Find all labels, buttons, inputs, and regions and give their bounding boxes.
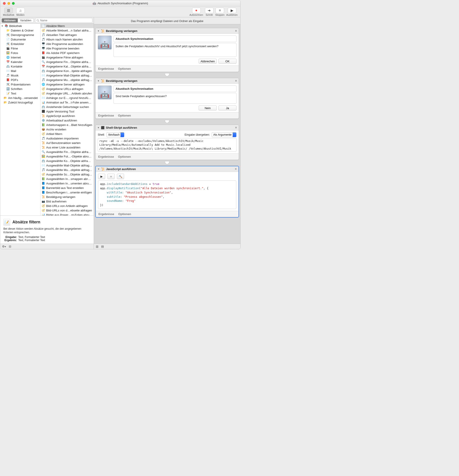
library-toggle-button[interactable]: ▥ [4, 8, 13, 13]
library-smart-folder[interactable]: 📂Zuletzt hinzugefügt [0, 100, 40, 105]
library-category-item[interactable]: 🎬Filme [0, 46, 40, 51]
action-ask-for-confirmation-2[interactable]: ▼ 📜 Bestätigung verlangen × 🤖 Akustisch … [95, 78, 239, 119]
confirm-message-field[interactable]: Sind beide Festplatten angeschlossen? [114, 93, 237, 104]
library-category-item[interactable]: 🛠️Entwickler [0, 42, 40, 46]
action-list-item[interactable]: ⚙️Arbeitsablauf ausführen [41, 118, 94, 123]
action-list-item[interactable]: 🎵Aktuellen Titel abfragen [41, 33, 94, 37]
pass-input-picker[interactable]: Als Argumente [212, 132, 237, 137]
action-list-item[interactable]: 🧭Artikel filtern [41, 132, 94, 136]
action-list-item[interactable]: 🎵Ausgewählte Mu…objekte abfragen [41, 168, 94, 172]
action-list-item[interactable]: 📘Ausgewählten In…umenten abrufen [41, 181, 94, 186]
results-tab[interactable]: Ergebnisse [98, 212, 114, 216]
run-button[interactable]: ▶ [228, 8, 236, 13]
action-list-item[interactable]: 📊Animation auf Te…t-Folie anwenden [41, 100, 94, 105]
options-tab[interactable]: Optionen [118, 67, 131, 70]
library-category-item[interactable]: 📄Dokumente [0, 37, 40, 42]
js-code-textarea[interactable]: app.includeStandardAdditions = trueapp.d… [98, 180, 236, 209]
options-tab[interactable]: Optionen [118, 212, 131, 216]
disclosure-icon[interactable]: ▼ [97, 80, 99, 82]
library-category-list[interactable]: ▼ 📚 Bibliothek 📁Dateien & Ordner🛠️Dienst… [0, 24, 41, 215]
workflow-log-toggle[interactable]: ▥ [96, 245, 98, 248]
action-list-item[interactable]: 🎵Album nach Namen abrufen [41, 37, 94, 42]
action-list-item[interactable]: 📇Angegebene Kon…bjekte abfragen [41, 69, 94, 73]
action-list-item[interactable]: 📇Ausgewählte Ko…Objekte abfragen [41, 159, 94, 163]
gear-menu-button[interactable]: ⚙︎▾ [2, 245, 6, 248]
confirm-cancel-button[interactable]: Abbrechen [199, 59, 217, 64]
js-build-button[interactable]: 🔨 [117, 174, 124, 179]
library-category-item[interactable]: 🛠️Präsentationen [0, 82, 40, 87]
window-close-button[interactable] [3, 2, 6, 5]
window-zoom-button[interactable] [12, 2, 15, 5]
action-list-item[interactable]: 🎬Angegebene Filme abfragen [41, 55, 94, 60]
action-list-item[interactable]: 📄Absätze filtern [41, 24, 94, 28]
confirm-message-field[interactable]: Sollen die Festplatten AkustischIV und A… [114, 43, 237, 57]
library-tab-segment[interactable]: Aktionen Variablen [1, 18, 34, 23]
layout-toggle-button[interactable]: ⊟ [9, 245, 11, 248]
action-list-item[interactable]: 🧭Angehängte URL…Artikeln abrufen [41, 91, 94, 96]
action-list-item[interactable]: 🖼️Ausgewählte Fot…-Objekte abrufen [41, 154, 94, 159]
options-tab[interactable]: Optionen [118, 114, 131, 117]
options-tab[interactable]: Optionen [118, 155, 131, 158]
library-category-item[interactable]: 📁Dateien & Ordner [0, 28, 40, 33]
shell-script-textarea[interactable]: rsync -aE -u --delete --exclude=/Volumes… [98, 138, 237, 152]
window-minimize-button[interactable] [8, 2, 10, 5]
action-list-item[interactable]: 📇Anstehende Geburtstage suchen [41, 105, 94, 109]
action-list-item[interactable]: 🔍Angegebene Fin…Objekte abfragen [41, 60, 94, 64]
library-category-item[interactable]: 📇Kontakte [0, 64, 40, 69]
action-list-item[interactable]: 🖥️Alle Programme ausblenden [41, 42, 94, 46]
action-list-item[interactable]: ✉️Ausgewählte Mail-Objekte abfragen [41, 163, 94, 168]
library-category-item[interactable]: 📅Kalender [0, 60, 40, 64]
action-list-item[interactable]: 📗Ausgewählten In…smappen abrufen [41, 177, 94, 181]
confirm-cancel-button[interactable]: Nein [199, 105, 217, 110]
library-category-item[interactable]: 🛠️Dienstprogramme [0, 33, 40, 37]
action-list-item[interactable]: 🧭Bild-URLs von Artikeln abfragen [41, 204, 94, 208]
stop-button[interactable]: ■ [216, 8, 224, 13]
tab-variables[interactable]: Variablen [18, 18, 34, 23]
action-list-item[interactable]: 📜Aus einer Liste auswählen [41, 145, 94, 150]
actions-list[interactable]: 📄Absätze filtern🧭Aktuelle Webseit…n Safa… [41, 24, 94, 215]
action-list-item[interactable]: 📘Beschriftungen i…umente einfügen [41, 190, 94, 195]
library-category-item[interactable]: 📕PDFs [0, 78, 40, 82]
step-button[interactable]: ➔ [205, 8, 213, 13]
library-category-item[interactable]: 🌐Internet [0, 55, 40, 60]
action-list-item[interactable]: ✉️Anhänge zur E-…rgrund hinzufügen [41, 96, 94, 100]
workflow-results-toggle[interactable]: ▤ [101, 245, 104, 248]
tab-actions[interactable]: Aktionen [2, 18, 18, 23]
library-category-item[interactable]: 🔤Schriften [0, 87, 40, 91]
action-list-item[interactable]: 📜Auf Benutzeraktion warten [41, 141, 94, 145]
workflow-scroll[interactable]: ▼ 📜 Bestätigung verlangen × 🤖 Akustisch … [94, 24, 240, 244]
library-category-item[interactable]: 🖼️Fotos [0, 51, 40, 55]
action-list-item[interactable]: 📅Angegebene Kal…Objekte abfragen [41, 64, 94, 69]
action-remove-button[interactable]: × [235, 126, 237, 129]
action-list-item[interactable]: 📷Bild aufnehmen [41, 199, 94, 204]
action-list-item[interactable]: 🌐Angegebene Server abfragen [41, 82, 94, 87]
confirm-ok-button[interactable]: OK [219, 59, 237, 64]
action-list-item[interactable]: 📕Als Adobe PDF speichern [41, 51, 94, 55]
results-tab[interactable]: Ergebnisse [98, 114, 114, 117]
js-stop-button[interactable]: ■ [107, 174, 115, 179]
results-tab[interactable]: Ergebnisse [98, 67, 114, 70]
action-run-javascript[interactable]: ▼ 📜 JavaScript ausführen × ▶ ■ 🔨 app.inc… [95, 166, 239, 218]
action-list-item[interactable]: 🧭Aktuelle Webseit…n Safari abfragen [41, 28, 94, 33]
action-list-item[interactable]: 🔍Ausgewählte Fin…Objekte abfragen [41, 150, 94, 154]
library-smart-folder[interactable]: 📂Am häufig…verwendet [0, 96, 40, 100]
action-list-item[interactable]: ⬛Apple Versioning Tool [41, 109, 94, 114]
disclosure-icon[interactable]: ▼ [97, 168, 100, 170]
search-input[interactable] [40, 19, 91, 22]
action-list-item[interactable]: 🎵Audiodateien importieren [41, 136, 94, 141]
action-list-item[interactable]: 📜AppleScript ausführen [41, 114, 94, 118]
action-remove-button[interactable]: × [235, 167, 237, 171]
action-list-item[interactable]: 📊Bilder aus Power…nt-Folien abrufen [41, 212, 94, 215]
shell-picker[interactable]: /bin/bash [106, 132, 124, 137]
action-list-item[interactable]: 📜Bestätigung verlangen [41, 195, 94, 199]
library-root-row[interactable]: ▼ 📚 Bibliothek [0, 24, 40, 28]
disclosure-icon[interactable]: ▼ [97, 127, 99, 129]
js-run-button[interactable]: ▶ [98, 174, 105, 179]
action-list-item[interactable]: 🧭Ausgewählte Sc…Objekte abfragen [41, 172, 94, 177]
action-list-item[interactable]: ✉️Angegebene Mail-Objekte abfragen [41, 73, 94, 78]
results-tab[interactable]: Ergebnisse [98, 155, 114, 158]
action-list-item[interactable]: 📦Archiv erstellen [41, 127, 94, 132]
action-list-item[interactable]: 🧭Bild-URLs von d…ebseite abfragen [41, 208, 94, 212]
media-toggle-button[interactable]: ♫ [16, 8, 25, 13]
action-list-item[interactable]: 📗Arbeitsmappen e…Blatt hinzufügen [41, 123, 94, 127]
